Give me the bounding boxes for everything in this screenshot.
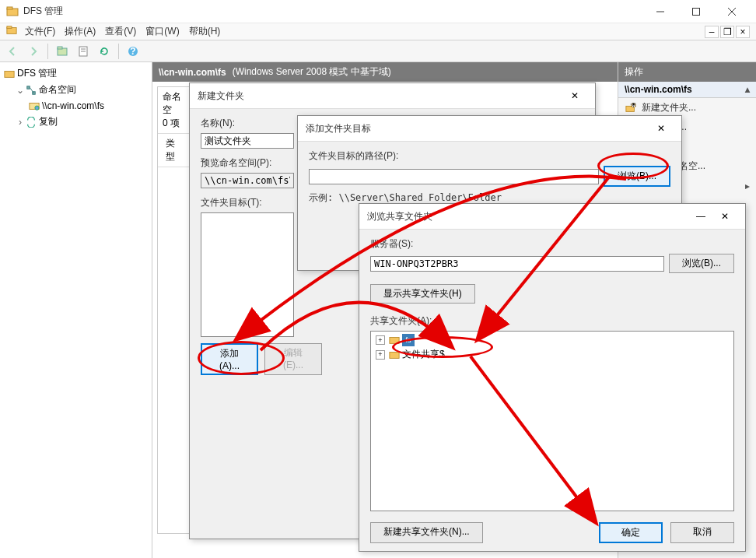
tree-replication[interactable]: › 复制 [3,114,149,130]
fs-badge-icon: fs [402,334,415,346]
share-item-fs[interactable]: + fs [376,333,729,347]
menu-file[interactable]: 文件(F) [20,23,60,40]
app-icon [6,5,19,18]
menu-bar: 文件(F) 操作(A) 查看(V) 窗口(W) 帮助(H) – ❐ × [0,23,756,40]
server-label: 服务器(S): [370,237,734,251]
dlg3-titlebar[interactable]: 浏览共享文件夹 — ✕ [359,204,745,230]
folder-icon [388,334,401,346]
dlg2-title: 添加文件夹目标 [306,122,649,135]
tab-area: 命名空 0 项 类型 [157,86,191,534]
toolbar: ? [0,40,756,62]
share-item-label: 文件共享$ [402,348,445,361]
mdi-close-button[interactable]: × [736,26,750,38]
menu-help[interactable]: 帮助(H) [184,23,226,40]
content-desc: (Windows Server 2008 模式 中基于域) [233,65,391,79]
tree-fs-label: \\cn-win.com\fs [42,100,104,111]
menu-view[interactable]: 查看(V) [100,23,141,40]
preview-input [201,173,294,188]
dfs-icon [3,68,16,80]
show-shares-button[interactable]: 显示共享文件夹(H) [370,284,475,304]
svg-point-20 [35,106,39,110]
column-row: 类型 [158,134,191,167]
refresh-button[interactable] [95,42,114,61]
folder-icon [388,349,401,361]
svg-rect-7 [7,26,12,29]
expand-icon[interactable]: › [16,117,25,128]
expand-icon[interactable]: + [376,335,385,345]
ok-button[interactable]: 确定 [599,522,663,543]
mdi-min-button[interactable]: – [705,26,719,38]
col-type[interactable]: 类型 [158,134,191,167]
menu-action[interactable]: 操作(A) [60,23,100,40]
svg-rect-1 [7,7,12,9]
dlg3-title: 浏览共享文件夹 [367,210,689,223]
share-item-fileshare[interactable]: + 文件共享$ [376,347,729,362]
dlg1-titlebar[interactable]: 新建文件夹 ✕ [190,83,595,109]
dlg3-close-button[interactable]: ✕ [712,209,737,224]
tree-root-label: DFS 管理 [17,67,57,80]
shares-label: 共享文件夹(A): [370,314,734,328]
path-input[interactable] [309,169,599,184]
maximize-button[interactable] [678,0,714,23]
title-bar: DFS 管理 [0,0,756,23]
menu-window[interactable]: 窗口(W) [141,23,184,40]
dlg1-close-button[interactable]: ✕ [562,88,587,104]
svg-rect-3 [693,8,700,15]
tree-ns-label: 命名空间 [39,83,76,97]
forward-button[interactable] [24,42,43,61]
share-icon [28,100,40,112]
actions-section[interactable]: \\cn-win.com\fs [618,82,756,98]
dlg2-titlebar[interactable]: 添加文件夹目标 ✕ [298,116,681,142]
shares-tree[interactable]: + fs + 文件共享$ [370,331,734,511]
cancel-button[interactable]: 取消 [670,522,734,543]
preview-label: 预览命名空间(P): [201,156,288,170]
svg-text:✳: ✳ [630,103,636,109]
back-button[interactable] [3,42,22,61]
browse-share-dialog: 浏览共享文件夹 — ✕ 服务器(S): 浏览(B)... 显示共享文件夹(H) … [359,203,746,552]
svg-rect-15 [5,71,14,77]
tree-fs-node[interactable]: \\cn-win.com\fs [3,98,149,114]
minimize-button[interactable] [642,0,678,23]
content-header: \\cn-win.com\fs (Windows Server 2008 模式 … [152,62,618,82]
tree-root[interactable]: DFS 管理 [3,65,149,82]
dlg2-close-button[interactable]: ✕ [649,121,674,136]
ns-tab-label: 命名空 [163,90,186,117]
targets-listbox[interactable] [201,212,294,337]
targets-label: 文件夹目标(T): [201,196,288,209]
svg-text:?: ? [130,46,135,57]
help-button[interactable]: ? [124,42,142,61]
file-icon [6,25,17,38]
chevron-right-icon: ▸ [745,181,750,191]
browse-path-button[interactable]: 浏览(B)... [604,166,670,187]
actions-header: 操作 [618,62,756,82]
app-title: DFS 管理 [23,5,642,18]
action-new-folder-label: 新建文件夹... [642,101,696,114]
svg-rect-16 [27,86,30,89]
browse-server-button[interactable]: 浏览(B)... [669,254,734,273]
mdi-restore-button[interactable]: ❐ [720,26,734,38]
tree-pane: DFS 管理 ⌄ 命名空间 \\cn-win.com\fs › 复制 [0,62,152,558]
name-label: 名称(N): [201,117,288,130]
dlg1-title: 新建文件夹 [198,89,562,103]
new-share-button[interactable]: 新建共享文件夹(N)... [370,522,483,543]
collapse-icon[interactable]: ⌄ [16,85,25,96]
item-count: 0 项 [163,117,186,130]
replication-icon [25,116,37,128]
name-input[interactable] [201,133,294,149]
properties-button[interactable] [74,42,93,61]
server-input[interactable] [370,256,664,272]
new-window-button[interactable] [53,42,72,61]
new-folder-icon: ✳ [625,102,637,114]
tab-header: 命名空 0 项 [158,87,191,134]
dlg3-min-button[interactable]: — [689,211,712,222]
close-button[interactable] [714,0,750,23]
svg-rect-29 [390,338,399,344]
tree-namespace[interactable]: ⌄ 命名空间 [3,82,149,98]
svg-rect-9 [58,47,62,49]
svg-rect-30 [390,352,399,358]
edit-target-button: 编辑(E)... [264,343,322,375]
add-target-button[interactable]: 添加(A)... [201,343,258,375]
expand-icon[interactable]: + [376,350,385,360]
path-label: 文件夹目标的路径(P): [309,149,670,163]
tree-rep-label: 复制 [39,115,58,128]
